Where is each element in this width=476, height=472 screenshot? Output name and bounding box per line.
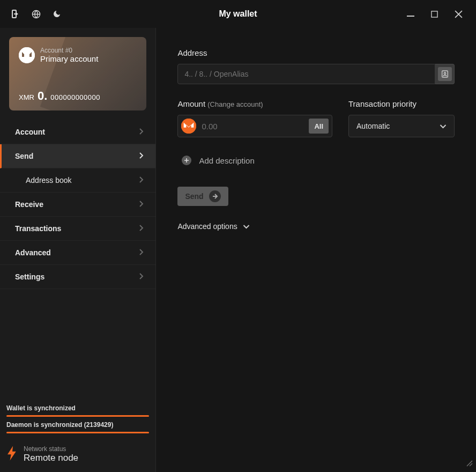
monero-icon (181, 119, 196, 134)
svg-rect-2 (432, 11, 437, 17)
network-status-label: Network status (24, 445, 78, 453)
plus-circle-icon (182, 156, 191, 165)
send-button[interactable]: Send (177, 187, 228, 206)
amount-input[interactable] (202, 122, 303, 131)
chevron-right-icon (139, 176, 144, 185)
moon-icon[interactable] (53, 10, 61, 19)
contact-icon (441, 70, 449, 78)
arrow-right-circle-icon (209, 190, 221, 202)
close-button[interactable] (447, 0, 471, 28)
add-description-button[interactable]: Add description (177, 156, 455, 165)
chevron-down-icon (440, 121, 447, 131)
chevron-right-icon (139, 248, 144, 257)
chevron-right-icon (139, 224, 144, 233)
svg-point-3 (19, 47, 35, 63)
address-book-button[interactable] (435, 64, 455, 84)
chevron-right-icon (139, 272, 144, 281)
window-title: My wallet (219, 9, 257, 19)
advanced-options-toggle[interactable]: Advanced options (177, 222, 455, 231)
monero-logo-icon (19, 47, 35, 63)
chevron-right-icon (139, 152, 144, 160)
account-name: Primary account (40, 54, 98, 63)
bolt-icon (8, 446, 17, 463)
chevron-right-icon (139, 128, 144, 136)
svg-rect-1 (407, 16, 414, 17)
address-label: Address (177, 48, 455, 57)
amount-label: Amount (Change account) (177, 99, 332, 108)
account-balance: XMR 0.000000000000 (19, 89, 137, 103)
address-input[interactable] (177, 64, 435, 84)
daemon-sync-bar (6, 432, 149, 433)
nav-send[interactable]: Send (0, 144, 155, 168)
minimize-button[interactable] (398, 0, 422, 28)
change-account-link[interactable]: (Change account) (207, 100, 263, 108)
priority-value: Automatic (356, 122, 390, 130)
nav-settings[interactable]: Settings (0, 265, 155, 289)
priority-label: Transaction priority (348, 99, 455, 108)
wallet-sync-status: Wallet is synchronized (6, 404, 149, 412)
nav-transactions[interactable]: Transactions (0, 217, 155, 241)
account-number: Account #0 (40, 47, 98, 54)
priority-select[interactable]: Automatic (348, 115, 455, 137)
nav-account[interactable]: Account (0, 120, 155, 144)
resize-handle-icon[interactable] (465, 459, 473, 469)
wallet-sync-bar (6, 415, 149, 417)
svg-point-5 (444, 72, 445, 74)
network-status-row[interactable]: Network status Remote node (6, 443, 149, 466)
chevron-down-icon (243, 222, 250, 231)
network-status-value: Remote node (24, 453, 78, 463)
nav-advanced[interactable]: Advanced (0, 241, 155, 265)
maximize-button[interactable] (422, 0, 447, 28)
chevron-right-icon (139, 200, 144, 209)
daemon-sync-status: Daemon is synchronized (2139429) (6, 421, 149, 429)
amount-all-button[interactable]: All (309, 119, 329, 134)
globe-icon[interactable] (32, 10, 41, 19)
exit-icon[interactable] (10, 10, 20, 19)
nav-receive[interactable]: Receive (0, 193, 155, 217)
nav-address-book[interactable]: Address book (0, 168, 155, 193)
account-card[interactable]: Account #0 Primary account XMR 0.0000000… (9, 37, 146, 110)
svg-point-6 (181, 119, 196, 134)
